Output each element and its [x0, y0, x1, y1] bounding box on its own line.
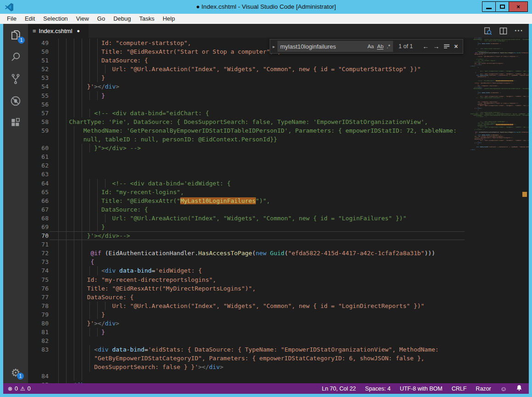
- status-item[interactable]: CRLF: [452, 386, 467, 392]
- tab-index-cshtml[interactable]: ≡ Index.cshtml ●: [28, 24, 89, 38]
- indent-guide: [74, 188, 74, 196]
- code-row[interactable]: 52Url: "@Url.AreaAction("Index", "Widget…: [28, 65, 529, 73]
- code-row[interactable]: 58ChartType: 'Pie', DataSource: { DoesSu…: [28, 117, 529, 126]
- indent-guide: [58, 152, 59, 161]
- code-row[interactable]: 76Title: "@EidResxAttr("MyDirectReportsL…: [28, 284, 529, 293]
- split-editor-icon[interactable]: [499, 27, 508, 35]
- menu-item-debug[interactable]: Debug: [109, 14, 135, 24]
- code-row[interactable]: 68Url: "@Url.AreaAction("Index", "Widget…: [28, 214, 529, 223]
- next-match-button[interactable]: →: [433, 43, 439, 50]
- code-row[interactable]: 65Id: "my-recent-logins",: [28, 188, 529, 196]
- menu-item-go[interactable]: Go: [93, 14, 109, 24]
- notifications-bell-icon[interactable]: [516, 385, 522, 392]
- code-row[interactable]: 54}'></div>: [28, 82, 529, 91]
- code-row[interactable]: 84: [28, 372, 529, 380]
- sidebar-item-extensions[interactable]: [3, 112, 28, 134]
- indent-guide: [82, 310, 82, 319]
- code-row[interactable]: 60}"></div> -->: [28, 144, 529, 152]
- code-row[interactable]: 80}'></div>: [28, 319, 529, 328]
- maximize-button[interactable]: [495, 1, 509, 12]
- minimap[interactable]: }'></div>MethodName: 'GetPersonalByEmpow…: [468, 38, 529, 157]
- code-row[interactable]: 64<!-- <div data-bind='eidWidget: {: [28, 179, 529, 188]
- more-actions-icon[interactable]: ···: [515, 27, 523, 35]
- indent-guide: [58, 39, 59, 47]
- minimize-button[interactable]: [482, 1, 496, 12]
- indent-guide: [58, 310, 59, 319]
- line-number: 78: [28, 302, 49, 310]
- menu-item-tasks[interactable]: Tasks: [135, 14, 158, 24]
- find-input[interactable]: mylast10loginfailures Aa Ab .*: [277, 41, 393, 52]
- sidebar-item-source-control[interactable]: [3, 68, 28, 90]
- code-row[interactable]: 73{: [28, 257, 529, 266]
- indent-guide: [89, 188, 90, 196]
- status-item[interactable]: UTF-8 with BOM: [400, 386, 443, 392]
- code-row[interactable]: 77DataSource: {: [28, 293, 529, 302]
- manage-button[interactable]: ⚙ 1: [3, 367, 28, 379]
- code-row[interactable]: 83<div data-bind='eidStats: { DataSource…: [28, 345, 529, 354]
- find-in-selection-icon[interactable]: [443, 43, 450, 50]
- code-row[interactable]: 78Url: "@Url.AreaAction("Index", "Widget…: [28, 302, 529, 310]
- code-row[interactable]: 55}: [28, 91, 529, 100]
- find-expand-chevron-icon[interactable]: ▸: [270, 44, 277, 49]
- indent-guide: [82, 65, 82, 73]
- indent-guide: [66, 91, 66, 100]
- code-row[interactable]: 56: [28, 100, 529, 109]
- open-preview-icon[interactable]: [483, 27, 492, 35]
- code-row[interactable]: 57<!-- <div data-bind="eidChart: {: [28, 109, 529, 117]
- sidebar-item-debug-disabled[interactable]: [3, 90, 28, 112]
- indent-guide: [105, 65, 105, 73]
- indent-guide: [66, 345, 66, 354]
- menu-item-file[interactable]: File: [3, 14, 21, 24]
- code-row[interactable]: null, tableID : null, personID: @EidCont…: [28, 135, 529, 144]
- code-row[interactable]: 71: [28, 240, 529, 249]
- indent-guide: [74, 319, 74, 328]
- code-row[interactable]: 67DataSource: {: [28, 205, 529, 214]
- indent-guide: [97, 65, 98, 73]
- code-row[interactable]: DoesSupportSearch: false } }'></div>: [28, 363, 529, 371]
- code-row[interactable]: 72@if (EidAuthenticationHandler.HasAcces…: [28, 249, 529, 257]
- menu-item-view[interactable]: View: [72, 14, 93, 24]
- code-row[interactable]: 51DataSource: {: [28, 56, 529, 65]
- code-row[interactable]: 74<div data-bind='eidWidget: {: [28, 266, 529, 275]
- menu-item-selection[interactable]: Selection: [39, 14, 72, 24]
- indent-guide: [66, 47, 66, 56]
- code-row[interactable]: 79}: [28, 310, 529, 319]
- line-number: 49: [28, 39, 49, 47]
- match-case-toggle[interactable]: Aa: [367, 44, 374, 49]
- whole-word-toggle[interactable]: Ab: [377, 44, 383, 50]
- regex-toggle[interactable]: .*: [387, 44, 390, 49]
- code-row[interactable]: 82: [28, 336, 529, 345]
- indent-guide: [82, 170, 82, 179]
- status-item[interactable]: Ln 70, Col 22: [322, 386, 356, 392]
- indent-guide: [58, 144, 59, 152]
- sidebar-item-explorer[interactable]: 1: [3, 24, 28, 46]
- indent-guide: [97, 214, 98, 223]
- indent-guide: [74, 91, 74, 100]
- close-button[interactable]: ×: [509, 1, 528, 12]
- status-item[interactable]: Spaces: 4: [365, 386, 391, 392]
- indent-guide: [82, 179, 82, 188]
- code-row[interactable]: "GetByEmpowerIDStatCategoryID", Paramete…: [28, 354, 529, 363]
- code-row[interactable]: 69}: [28, 223, 529, 231]
- indent-guide: [66, 179, 66, 188]
- status-item[interactable]: Razor: [476, 386, 491, 392]
- indent-guide: [82, 56, 82, 65]
- code-editor[interactable]: 49Id: "computer-startstop",50Title: "@Ei…: [28, 39, 529, 383]
- code-row[interactable]: 59MethodName: 'GetPersonalByEmpowerIDSta…: [28, 126, 529, 135]
- code-row[interactable]: 81}: [28, 328, 529, 336]
- feedback-smiley-icon[interactable]: ☺: [500, 385, 507, 392]
- menu-item-help[interactable]: Help: [159, 14, 179, 24]
- code-row[interactable]: 70}'></div>-->: [28, 231, 529, 240]
- menu-item-edit[interactable]: Edit: [21, 14, 39, 24]
- code-row[interactable]: 63: [28, 170, 529, 179]
- code-row[interactable]: 62: [28, 161, 529, 170]
- line-number: 68: [28, 214, 49, 223]
- problems-status[interactable]: ⊗ 0 ⚠ 0: [3, 386, 31, 392]
- sidebar-item-search[interactable]: [3, 46, 28, 68]
- code-row[interactable]: 53}: [28, 73, 529, 82]
- find-close-button[interactable]: ×: [454, 43, 458, 50]
- code-row[interactable]: 61: [28, 152, 529, 161]
- code-row[interactable]: 66Title: "@EidResxAttr("MyLast10LoginFai…: [28, 196, 529, 205]
- previous-match-button[interactable]: ←: [422, 43, 429, 50]
- code-row[interactable]: 75Id: "my-recent-directreportslogins",: [28, 275, 529, 284]
